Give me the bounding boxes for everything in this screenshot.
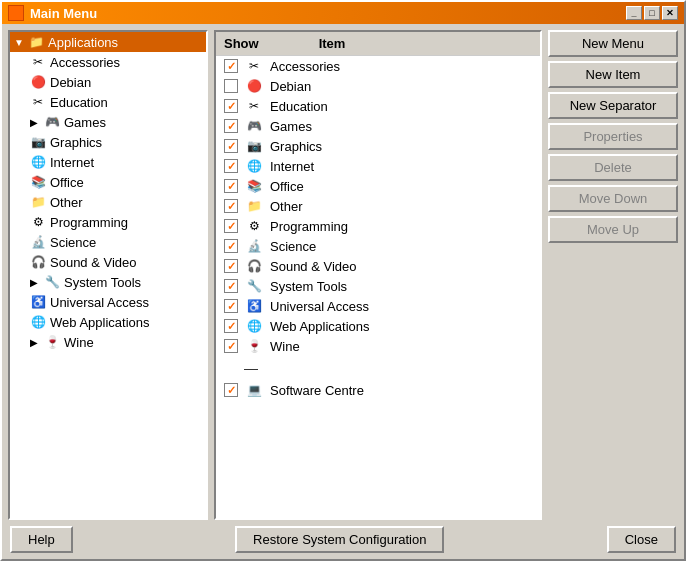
internet-icon: 🌐	[30, 154, 46, 170]
tree-item-universal-access[interactable]: ♿ Universal Access	[10, 292, 206, 312]
list-item[interactable]: 🌐 Web Applications	[216, 316, 540, 336]
checkbox-other[interactable]	[224, 199, 238, 213]
content-area: ▼ 📁 Applications ✂ Accessories 🔴 Debian …	[2, 24, 684, 559]
other-icon: 📁	[30, 194, 46, 210]
checkbox-software-centre[interactable]	[224, 383, 238, 397]
science-icon: 🔬	[30, 234, 46, 250]
tree-item-wine[interactable]: ▶ 🍷 Wine	[10, 332, 206, 352]
tree-item-science[interactable]: 🔬 Science	[10, 232, 206, 252]
checkbox-accessories[interactable]	[224, 59, 238, 73]
games-list-icon: 🎮	[246, 118, 262, 134]
header-show: Show	[224, 36, 259, 51]
debian-icon: 🔴	[30, 74, 46, 90]
tree-item-other[interactable]: 📁 Other	[10, 192, 206, 212]
tree-item-education[interactable]: ✂ Education	[10, 92, 206, 112]
bottom-bar: Help Restore System Configuration Close	[8, 526, 678, 553]
list-item[interactable]: ⚙ Programming	[216, 216, 540, 236]
move-down-button[interactable]: Move Down	[548, 185, 678, 212]
close-button[interactable]: Close	[607, 526, 676, 553]
list-item[interactable]: 💻 Software Centre	[216, 380, 540, 400]
checkbox-games[interactable]	[224, 119, 238, 133]
label-debian: Debian	[270, 79, 311, 94]
maximize-button[interactable]: □	[644, 6, 660, 20]
other-list-icon: 📁	[246, 198, 262, 214]
list-item[interactable]: 📁 Other	[216, 196, 540, 216]
tree-item-office[interactable]: 📚 Office	[10, 172, 206, 192]
folder-icon: 📁	[28, 34, 44, 50]
checkbox-universal-access[interactable]	[224, 299, 238, 313]
titlebar: Main Menu _ □ ✕	[2, 2, 684, 24]
list-item[interactable]: 🍷 Wine	[216, 336, 540, 356]
label-sound-video: Sound & Video	[270, 259, 357, 274]
help-button[interactable]: Help	[10, 526, 73, 553]
main-window: Main Menu _ □ ✕ ▼ 📁 Applications ✂ Acces	[0, 0, 686, 561]
label-science: Science	[270, 239, 316, 254]
label-accessories: Accessories	[270, 59, 340, 74]
tree-item-web-applications[interactable]: 🌐 Web Applications	[10, 312, 206, 332]
tree-item-applications[interactable]: ▼ 📁 Applications	[10, 32, 206, 52]
universal-access-icon: ♿	[30, 294, 46, 310]
wine-icon: 🍷	[44, 334, 60, 350]
web-apps-icon: 🌐	[30, 314, 46, 330]
list-item[interactable]: ✂ Education	[216, 96, 540, 116]
tree-item-system-tools[interactable]: ▶ 🔧 System Tools	[10, 272, 206, 292]
header-item: Item	[319, 36, 346, 51]
programming-list-icon: ⚙	[246, 218, 262, 234]
checkbox-wine[interactable]	[224, 339, 238, 353]
tree-item-programming[interactable]: ⚙ Programming	[10, 212, 206, 232]
internet-list-icon: 🌐	[246, 158, 262, 174]
checkbox-web-apps[interactable]	[224, 319, 238, 333]
tree-item-debian[interactable]: 🔴 Debian	[10, 72, 206, 92]
list-item[interactable]: 🔧 System Tools	[216, 276, 540, 296]
checkbox-graphics[interactable]	[224, 139, 238, 153]
titlebar-title: Main Menu	[8, 5, 97, 21]
list-item[interactable]: 🔴 Debian	[216, 76, 540, 96]
sound-icon: 🎧	[30, 254, 46, 270]
checkbox-office[interactable]	[224, 179, 238, 193]
separator-row: —	[216, 356, 540, 380]
list-item[interactable]: 🔬 Science	[216, 236, 540, 256]
move-up-button[interactable]: Move Up	[548, 216, 678, 243]
delete-button[interactable]: Delete	[548, 154, 678, 181]
tree-item-accessories[interactable]: ✂ Accessories	[10, 52, 206, 72]
list-item[interactable]: 📷 Graphics	[216, 136, 540, 156]
web-apps-list-icon: 🌐	[246, 318, 262, 334]
list-item[interactable]: 🎮 Games	[216, 116, 540, 136]
tree-item-graphics[interactable]: 📷 Graphics	[10, 132, 206, 152]
new-menu-button[interactable]: New Menu	[548, 30, 678, 57]
restore-button[interactable]: Restore System Configuration	[235, 526, 444, 553]
separator-dash: —	[244, 360, 258, 376]
checkbox-internet[interactable]	[224, 159, 238, 173]
checkbox-education[interactable]	[224, 99, 238, 113]
education-icon: ✂	[30, 94, 46, 110]
list-item[interactable]: 🎧 Sound & Video	[216, 256, 540, 276]
list-item[interactable]: ♿ Universal Access	[216, 296, 540, 316]
wine-list-icon: 🍷	[246, 338, 262, 354]
list-item[interactable]: 📚 Office	[216, 176, 540, 196]
checkbox-programming[interactable]	[224, 219, 238, 233]
label-graphics: Graphics	[270, 139, 322, 154]
label-software-centre: Software Centre	[270, 383, 364, 398]
checkbox-science[interactable]	[224, 239, 238, 253]
checkbox-system-tools[interactable]	[224, 279, 238, 293]
software-centre-icon: 💻	[246, 382, 262, 398]
tree-item-games[interactable]: ▶ 🎮 Games	[10, 112, 206, 132]
properties-button[interactable]: Properties	[548, 123, 678, 150]
tree-item-sound-video[interactable]: 🎧 Sound & Video	[10, 252, 206, 272]
main-panels: ▼ 📁 Applications ✂ Accessories 🔴 Debian …	[8, 30, 678, 520]
label-office: Office	[270, 179, 304, 194]
list-item[interactable]: ✂ Accessories	[216, 56, 540, 76]
new-item-button[interactable]: New Item	[548, 61, 678, 88]
office-icon: 📚	[30, 174, 46, 190]
accessories-icon: ✂	[246, 58, 262, 74]
list-item[interactable]: 🌐 Internet	[216, 156, 540, 176]
minimize-button[interactable]: _	[626, 6, 642, 20]
new-separator-button[interactable]: New Separator	[548, 92, 678, 119]
graphics-icon: 📷	[30, 134, 46, 150]
checkbox-sound-video[interactable]	[224, 259, 238, 273]
checkbox-debian[interactable]	[224, 79, 238, 93]
expand-icon-wine: ▶	[30, 337, 40, 348]
close-title-button[interactable]: ✕	[662, 6, 678, 20]
label-wine: Wine	[270, 339, 300, 354]
tree-item-internet[interactable]: 🌐 Internet	[10, 152, 206, 172]
